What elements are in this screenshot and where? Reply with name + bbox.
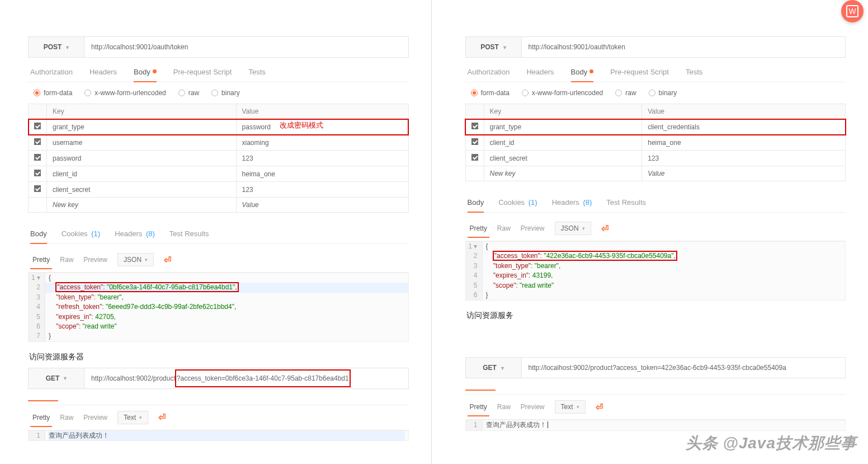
pretty-bar-2: Pretty Raw Preview Text▾ ⏎ <box>28 405 409 430</box>
request-tabs: Authorization Headers Body Pre-request S… <box>28 58 409 82</box>
params-table: KeyValue grant_typepassword usernamexiao… <box>28 104 409 213</box>
view-raw[interactable]: Raw <box>497 224 511 232</box>
url-input[interactable]: http://localhost:9001/oauth/token <box>84 37 408 57</box>
checkbox-icon[interactable] <box>471 123 478 129</box>
tab-tests[interactable]: Tests <box>248 68 265 82</box>
view-pretty[interactable]: Pretty <box>32 256 50 264</box>
view-preview[interactable]: Preview <box>521 403 545 411</box>
left-pane: POST▾ http://localhost:9001/oauth/token … <box>0 0 431 464</box>
url-input[interactable]: http://localhost:9002/product?access_tok… <box>522 358 846 378</box>
tab-resp-headers[interactable]: Headers (8) <box>115 229 155 243</box>
tab-resp-body[interactable]: Body <box>30 229 47 243</box>
tab-body[interactable]: Body <box>571 68 594 82</box>
method-label: GET <box>46 374 60 382</box>
format-select[interactable]: Text▾ <box>555 400 586 414</box>
radio-binary[interactable]: binary <box>211 89 240 97</box>
params-table: KeyValue grant_typeclient_credentials cl… <box>465 104 846 181</box>
checkbox-icon[interactable] <box>34 154 41 161</box>
new-row[interactable]: New keyValue <box>29 198 409 213</box>
table-row[interactable]: grant_typepassword <box>29 119 409 135</box>
view-pretty[interactable]: Pretty <box>470 224 487 232</box>
view-raw[interactable]: Raw <box>60 256 73 264</box>
chevron-down-icon: ▾ <box>66 44 69 50</box>
tab-headers[interactable]: Headers <box>526 68 554 82</box>
view-raw[interactable]: Raw <box>60 414 73 421</box>
radio-x-www[interactable]: x-www-form-urlencoded <box>522 89 603 97</box>
format-select[interactable]: Text▾ <box>117 411 148 424</box>
tab-resp-cookies[interactable]: Cookies (1) <box>498 198 537 212</box>
wrap-icon[interactable]: ⏎ <box>158 412 166 423</box>
right-pane: POST▾ http://localhost:9001/oauth/token … <box>431 0 869 464</box>
response-json: 1 ▾{ 2 "access_token": "422e36ac-6cb9-44… <box>465 241 846 301</box>
tab-resp-tests[interactable]: Test Results <box>606 198 646 212</box>
table-row[interactable]: client_idheima_one <box>465 135 846 151</box>
tab-prerequest[interactable]: Pre-request Script <box>173 68 232 82</box>
view-pretty[interactable]: Pretty <box>470 403 487 411</box>
radio-form-data[interactable]: form-data <box>34 89 72 97</box>
view-preview[interactable]: Preview <box>83 414 107 421</box>
wrap-icon[interactable]: ⏎ <box>596 402 603 413</box>
table-row[interactable]: grant_typeclient_credentials <box>465 119 846 135</box>
tab-headers[interactable]: Headers <box>89 68 117 82</box>
tab-resp-cookies[interactable]: Cookies (1) <box>62 229 100 243</box>
tab-authorization[interactable]: Authorization <box>30 68 73 82</box>
radio-x-www[interactable]: x-www-form-urlencoded <box>84 89 166 97</box>
url-input[interactable]: http://localhost:9002/product?access_tok… <box>84 368 408 388</box>
pretty-bar: Pretty Raw Preview JSON▾ ⏎ <box>465 216 846 241</box>
section-title: 访问资源服务器 <box>29 352 409 362</box>
col-key: Key <box>47 104 237 119</box>
table-row[interactable]: client_secret123 <box>29 182 409 198</box>
tab-resp-body[interactable]: Body <box>468 198 484 212</box>
table-row[interactable]: client_idheima_one <box>29 166 409 182</box>
radio-raw[interactable]: raw <box>178 89 199 97</box>
checkbox-icon[interactable] <box>34 138 41 145</box>
checkbox-icon[interactable] <box>34 185 41 192</box>
radio-form-data[interactable]: form-data <box>471 89 510 97</box>
table-row[interactable]: password123 <box>29 151 409 166</box>
tab-body[interactable]: Body <box>134 68 157 82</box>
chevron-down-icon: ▾ <box>145 257 148 263</box>
checkbox-icon[interactable] <box>34 123 41 129</box>
view-preview[interactable]: Preview <box>521 224 545 232</box>
radio-binary[interactable]: binary <box>649 89 677 97</box>
radio-icon <box>522 90 529 96</box>
radio-raw[interactable]: raw <box>615 89 636 97</box>
chevron-down-icon: ▾ <box>503 44 506 50</box>
table-row[interactable]: usernamexiaoming <box>29 135 409 151</box>
view-raw[interactable]: Raw <box>497 403 511 411</box>
tab-prerequest[interactable]: Pre-request Script <box>610 68 669 82</box>
radio-icon <box>84 90 91 96</box>
tab-authorization[interactable]: Authorization <box>468 68 510 82</box>
method-select[interactable]: POST▾ <box>466 37 522 57</box>
wrap-icon[interactable]: ⏎ <box>601 223 608 234</box>
table-row[interactable]: client_secret123 <box>465 151 846 166</box>
method-label: POST <box>480 43 499 51</box>
chevron-down-icon: ▾ <box>501 365 504 371</box>
checkbox-icon[interactable] <box>34 170 41 176</box>
url-input[interactable]: http://localhost:9001/oauth/token <box>522 37 846 57</box>
view-preview[interactable]: Preview <box>83 256 107 264</box>
format-select[interactable]: JSON▾ <box>555 222 591 235</box>
url-text: http://localhost:9002/product?access_tok… <box>529 364 786 372</box>
method-select[interactable]: POST▾ <box>29 37 84 57</box>
new-row[interactable]: New keyValue <box>465 166 846 181</box>
format-select[interactable]: JSON▾ <box>117 253 154 266</box>
method-select[interactable]: GET▾ <box>466 358 522 378</box>
checkbox-icon[interactable] <box>471 154 478 161</box>
method-select[interactable]: GET▾ <box>29 368 84 388</box>
checkbox-icon[interactable] <box>471 138 478 145</box>
url-text: http://localhost:9002/product?access_tok… <box>91 374 350 382</box>
view-pretty[interactable]: Pretty <box>32 414 50 421</box>
chevron-down-icon: ▾ <box>64 375 67 381</box>
tab-resp-headers[interactable]: Headers (8) <box>552 198 592 212</box>
wrap-icon[interactable]: ⏎ <box>164 255 171 265</box>
tab-resp-tests[interactable]: Test Results <box>169 229 209 243</box>
get-request-bar: GET▾ http://localhost:9002/product?acces… <box>465 357 846 378</box>
radio-icon <box>178 90 185 96</box>
body-mode-radios: form-data x-www-form-urlencoded raw bina… <box>28 82 409 104</box>
pretty-bar-2: Pretty Raw Preview Text▾ ⏎ <box>465 394 846 420</box>
method-label: GET <box>483 364 497 372</box>
tab-tests[interactable]: Tests <box>686 68 702 82</box>
radio-icon <box>211 90 218 96</box>
radio-icon <box>649 90 655 96</box>
